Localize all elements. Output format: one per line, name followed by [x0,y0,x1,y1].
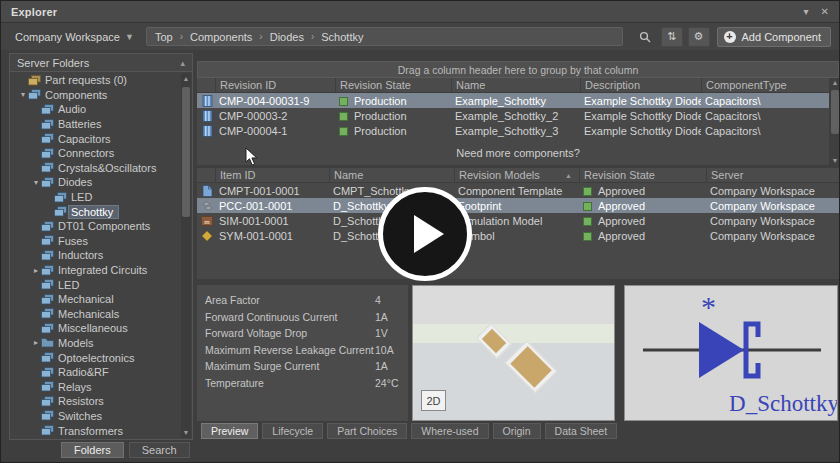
cell-server: Company Workspace [706,215,839,227]
settings-gear-icon[interactable]: ⚙ [688,27,710,47]
tab-part-choices[interactable]: Part Choices [327,423,407,439]
table-row[interactable]: CMP-00004-1ProductionExample_Schottky_3E… [197,123,829,138]
sidebar-item-crystals-oscillators[interactable]: Crystals&Oscillators [11,161,181,176]
sidebar-item-capacitors[interactable]: Capacitors [11,131,181,146]
sidebar-item-relays[interactable]: Relays [11,379,181,394]
scrollbar-thumb[interactable] [831,90,839,134]
cell-model: Component Template [454,185,579,197]
sidebar-item-inductors[interactable]: Inductors [11,248,181,263]
sidebar-item-label: Capacitors [56,133,116,145]
sidebar-item-mechanicals[interactable]: Mechanicals [11,307,181,322]
need-more-components-link[interactable]: Need more components? [197,147,839,159]
column-header-revision-state[interactable]: Revision State [579,168,706,182]
sidebar-item-part-requests-0[interactable]: Part requests (0) [11,73,181,88]
sidebar-item-transformers[interactable]: Transformers [11,423,181,438]
column-header-revision-models[interactable]: Revision Models▲ [454,168,579,182]
table-row[interactable]: CMPT-001-0001CMPT_SchottkyComponent Temp… [197,183,839,198]
tab-origin[interactable]: Origin [493,423,541,439]
workspace-selector[interactable]: Company Workspace ▼ [9,29,140,45]
sidebar-item-optoelectronics[interactable]: Optoelectronics [11,350,181,365]
breadcrumb-item-schottky[interactable]: Schottky [321,31,363,43]
tab-lifecycle[interactable]: Lifecycle [262,423,323,439]
sidebar-item-radio-rf[interactable]: Radio&RF [11,365,181,380]
toolbar: Company Workspace ▼ Top›Components›Diode… [1,23,839,50]
column-header-revision-state[interactable]: Revision State [335,78,451,92]
sidebar-item-dt01-components[interactable]: DT01 Components [11,219,181,234]
table-row[interactable]: SYM-001-0001D_SchottkySymbolApprovedComp… [197,228,839,243]
table-row[interactable]: CMP-004-00031-9ProductionExample_Schottk… [197,93,829,108]
column-header-description[interactable]: Description [580,78,701,92]
sidebar-item-diodes[interactable]: ▾Diodes [11,175,181,190]
column-header-name[interactable]: Name [451,78,580,92]
tab-preview[interactable]: Preview [201,423,258,439]
tree-expanded-icon[interactable]: ▾ [31,178,41,187]
column-header-componenttype[interactable]: ComponentType [701,78,829,92]
parameter-name: Maximum Reverse Leakage Current [197,344,375,356]
table-row[interactable]: mSIM-001-0001D_SchottkySimulation ModelA… [197,213,839,228]
workspace-label: Company Workspace [15,31,120,43]
tree-collapsed-icon[interactable]: ▸ [31,338,41,347]
scroll-down-icon[interactable]: ▼ [181,429,191,436]
sidebar-item-led[interactable]: LED [11,190,181,205]
sidebar-item-schottky[interactable]: Schottky [11,204,181,219]
sidebar-item-integrated-circuits[interactable]: ▸Integrated Circuits [11,263,181,278]
scroll-up-icon[interactable]: ▲ [181,75,191,82]
group-by-bar[interactable]: Drag a column header here to group by th… [197,61,839,78]
sidebar-tab-search[interactable]: Search [129,442,190,458]
folder-stack-icon [41,119,56,130]
table-header-row: Item IDNameRevision Models▲Revision Stat… [197,168,839,183]
2d-mode-button[interactable]: 2D [421,390,446,411]
tree-collapsed-icon[interactable]: ▸ [31,266,41,275]
table-row[interactable]: CMP-00003-2ProductionExample_Schottky_2E… [197,108,829,123]
tree-scrollbar[interactable]: ▲ ▼ [181,73,191,438]
column-header-name[interactable]: Name [329,168,454,182]
folder-tree: Part requests (0)▾ComponentsAudioBatteri… [11,73,181,438]
parameter-value: 4 [375,294,381,306]
refresh-icon[interactable]: ⇅ [661,27,683,47]
sidebar-item-led[interactable]: LED [11,277,181,292]
sidebar-item-fuses[interactable]: Fuses [11,234,181,249]
add-component-button[interactable]: + Add Component [717,27,832,47]
folder-stack-icon [41,221,56,232]
cell-server: Company Workspace [706,230,839,242]
tab-data-sheet[interactable]: Data Sheet [545,423,618,439]
plus-circle-icon: + [724,31,736,43]
close-icon[interactable]: ✕ [821,6,829,17]
breadcrumb-item-components[interactable]: Components [190,31,252,43]
breadcrumb[interactable]: Top›Components›Diodes›Schottky [146,27,623,46]
breadcrumb-item-diodes[interactable]: Diodes [270,31,304,43]
tree-scrollbar-thumb[interactable] [182,87,190,217]
column-header-item-id[interactable]: Item ID [215,168,329,182]
collapse-panel-icon[interactable]: ▴ [180,58,185,68]
tree-expanded-icon[interactable]: ▾ [18,90,28,99]
column-header-revision-id[interactable]: Revision ID [215,78,335,92]
sidebar-item-mechanical[interactable]: Mechanical [11,292,181,307]
sidebar-tab-folders[interactable]: Folders [61,442,124,458]
sidebar-item-components[interactable]: ▾Components [11,88,181,103]
panel-titlebar: Explorer ▾ ✕ [1,1,839,23]
panel-menu-caret-icon[interactable]: ▾ [804,6,809,17]
tab-where-used[interactable]: Where-used [411,423,488,439]
folder-stack-icon [41,250,56,261]
breadcrumb-item-top[interactable]: Top [155,31,173,43]
sidebar-item-models[interactable]: ▸Models [11,336,181,351]
video-play-button[interactable] [378,187,472,281]
server-folders-header: Server Folders ▴ [10,54,192,72]
cell-item_id: CMPT-001-0001 [215,185,329,197]
sidebar-item-label: DT01 Components [56,220,155,232]
search-icon[interactable] [634,27,656,47]
sidebar-item-switches[interactable]: Switches [11,409,181,424]
sidebar-item-batteries[interactable]: Batteries [11,117,181,132]
revision-state-icon [583,232,592,241]
sidebar-item-audio[interactable]: Audio [11,102,181,117]
parameter-name: Forward Voltage Drop [197,327,375,339]
designator-text: * [701,290,716,324]
sidebar-item-resistors[interactable]: Resistors [11,394,181,409]
scroll-up-icon[interactable]: ▲ [830,79,840,86]
sidebar-item-miscellaneous[interactable]: Miscellaneous [11,321,181,336]
sidebar-item-connectors[interactable]: Connectors [11,146,181,161]
column-header-server[interactable]: Server [706,168,839,182]
icon-column-header [197,78,215,92]
table-row[interactable]: PCC-001-0001D_Schottky_NFootprintApprove… [197,198,839,213]
cell-revision_state: Production [335,110,451,122]
